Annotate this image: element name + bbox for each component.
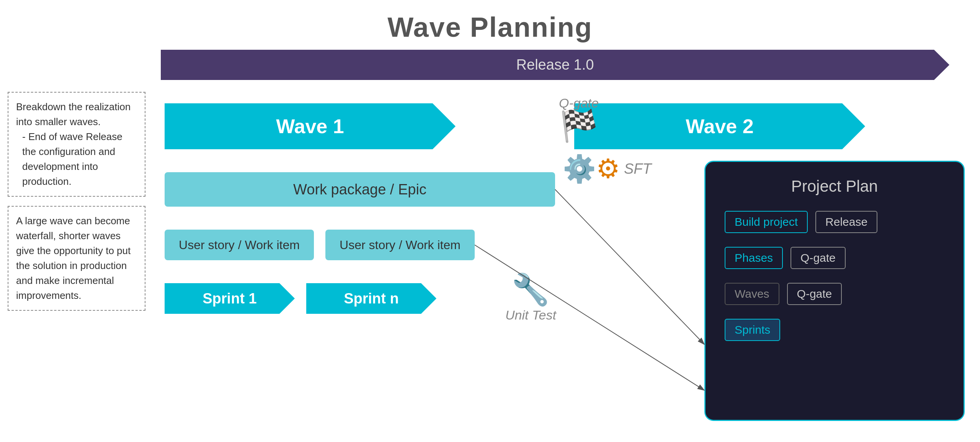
pp-row-4: Sprints [725,319,944,341]
page-title: Wave Planning [0,0,980,43]
diagram-area: Wave 1 Wave 2 Q-gate 🏁 ⚙️⚙ SFT Work pack… [161,84,972,429]
user-story-1-label: User story / Work item [179,238,300,252]
user-story-box-1: User story / Work item [165,230,314,260]
project-plan-title: Project Plan [725,177,944,196]
project-plan-box: Project Plan Build project Release Phase… [704,161,965,421]
qgate-area: Q-gate 🏁 [559,96,599,141]
wave2-label: Wave 2 [686,115,753,138]
sft-label: SFT [624,161,652,177]
desc-box-1-text: Breakdown the realization into smaller w… [16,101,131,127]
wave1-label: Wave 1 [276,115,344,138]
pp-row-2: Phases Q-gate [725,247,944,269]
sft-area: ⚙️⚙ SFT [563,153,652,184]
unittest-icon: 🔧 [511,272,550,308]
pp-qgate-1: Q-gate [791,247,846,269]
user-story-2-label: User story / Work item [340,238,461,252]
release-banner-container: Release 1.0 [161,50,949,80]
work-package-label: Work package / Epic [293,181,426,198]
qgate-icon: 🏁 [560,111,598,141]
pp-qgate-2: Q-gate [787,283,842,305]
pp-release: Release [815,211,877,233]
desc-box-1: Breakdown the realization into smaller w… [8,92,145,197]
wave2-arrow: Wave 2 [574,103,865,149]
sft-icon: ⚙️⚙ [563,153,620,184]
sprint1-arrow: Sprint 1 [165,283,295,314]
desc-box-1-bullet: End of wave Release the configuration an… [16,129,137,189]
unittest-label: Unit Test [505,308,556,323]
pp-row-1: Build project Release [725,211,944,233]
pp-sprints: Sprints [725,319,780,341]
pp-phases: Phases [725,247,783,269]
release-banner: Release 1.0 [161,50,949,80]
left-description-area: Breakdown the realization into smaller w… [8,92,145,320]
pp-row-3: Waves Q-gate [725,283,944,305]
svg-line-0 [555,189,704,344]
sprintn-arrow: Sprint n [306,283,436,314]
desc-box-2-text: A large wave can become waterfall, short… [16,215,131,301]
unittest-area: 🔧 Unit Test [505,272,556,323]
wave1-arrow: Wave 1 [165,103,456,149]
work-package-box: Work package / Epic [165,172,555,207]
pp-waves: Waves [725,283,779,305]
pp-build-project: Build project [725,211,808,233]
sprint1-label: Sprint 1 [203,290,256,307]
user-story-box-2: User story / Work item [325,230,475,260]
sprintn-label: Sprint n [344,290,399,307]
desc-box-2: A large wave can become waterfall, short… [8,206,145,311]
